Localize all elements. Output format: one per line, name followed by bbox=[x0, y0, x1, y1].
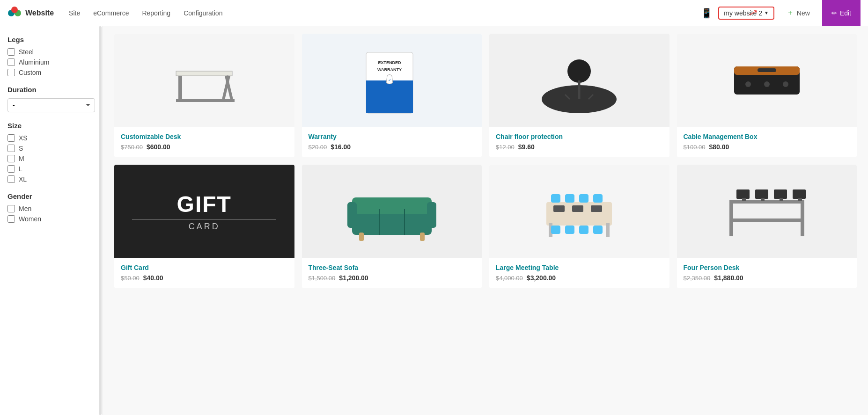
cable-box-svg bbox=[725, 57, 809, 104]
svg-rect-52 bbox=[801, 222, 804, 236]
brand-name: Website bbox=[25, 9, 54, 17]
mobile-icon[interactable]: 📱 bbox=[701, 7, 713, 19]
filter-size-xl[interactable]: XL bbox=[7, 175, 95, 183]
filter-legs-aluminium[interactable]: Aluminium bbox=[7, 58, 95, 66]
svg-point-23 bbox=[764, 81, 770, 87]
product-name-four-person-desk: Four Person Desk bbox=[684, 264, 851, 271]
logo[interactable]: Website bbox=[7, 6, 54, 20]
edit-label: Edit bbox=[840, 9, 851, 17]
product-card-warranty[interactable]: EXTENDED WARRANTY ✓ Warranty $20.00 $16.… bbox=[302, 34, 482, 157]
products-area: Customizable Desk $750.00 $600.00 bbox=[103, 26, 868, 415]
product-info-four-person-desk: Four Person Desk $2,350.00 $1,880.00 bbox=[677, 258, 857, 288]
svg-rect-54 bbox=[742, 198, 746, 201]
svg-rect-49 bbox=[729, 200, 733, 222]
chevron-down-icon: ▼ bbox=[764, 10, 769, 15]
svg-rect-43 bbox=[593, 226, 603, 234]
product-name-gift-card: Gift Card bbox=[121, 264, 288, 271]
svg-rect-53 bbox=[736, 189, 750, 199]
svg-rect-9 bbox=[366, 80, 413, 113]
product-price-chair-floor-protection: $12.00 $9.60 bbox=[496, 143, 663, 151]
page-content: Legs Steel Aluminium Custom Duration - S… bbox=[0, 26, 868, 415]
nav-configuration[interactable]: Configuration bbox=[178, 7, 228, 20]
product-info-chair-floor-protection: Chair floor protection $12.00 $9.60 bbox=[489, 127, 669, 157]
desk-svg bbox=[167, 52, 242, 109]
product-price-large-meeting-table: $4,000.00 $3,200.00 bbox=[496, 274, 663, 282]
checkbox-s[interactable] bbox=[7, 145, 15, 152]
product-info-large-meeting-table: Large Meeting Table $4,000.00 $3,200.00 bbox=[489, 258, 669, 288]
filter-legs: Legs Steel Aluminium Custom bbox=[7, 36, 95, 76]
edit-button[interactable]: ✏ Edit bbox=[822, 0, 861, 26]
filter-legs-steel[interactable]: Steel bbox=[7, 48, 95, 56]
svg-rect-59 bbox=[793, 189, 806, 199]
four-desk-svg bbox=[720, 176, 814, 247]
svg-rect-44 bbox=[553, 205, 565, 212]
product-card-large-meeting-table[interactable]: Large Meeting Table $4,000.00 $3,200.00 bbox=[489, 165, 669, 288]
svg-rect-35 bbox=[606, 223, 610, 237]
svg-text:✓: ✓ bbox=[388, 78, 391, 82]
product-card-chair-floor-protection[interactable]: Chair floor protection $12.00 $9.60 bbox=[489, 34, 669, 157]
checkbox-steel[interactable] bbox=[7, 48, 15, 56]
product-image-four-person-desk bbox=[677, 165, 857, 258]
new-button[interactable]: ＋ New bbox=[780, 5, 817, 21]
svg-point-2 bbox=[11, 7, 18, 13]
chair-protection-svg bbox=[537, 43, 621, 118]
checkbox-men[interactable] bbox=[7, 205, 15, 212]
topbar: Website Site eCommerce Reporting Configu… bbox=[0, 0, 868, 26]
products-grid: Customizable Desk $750.00 $600.00 bbox=[114, 34, 857, 288]
product-price-customizable-desk: $750.00 $600.00 bbox=[121, 143, 288, 151]
svg-text:WARRANTY: WARRANTY bbox=[377, 67, 402, 72]
nav-ecommerce[interactable]: eCommerce bbox=[88, 7, 134, 20]
price-old-gift-card: $50.00 bbox=[121, 275, 140, 282]
filter-legs-custom[interactable]: Custom bbox=[7, 69, 95, 76]
filter-gender-men[interactable]: Men bbox=[7, 205, 95, 212]
product-image-large-meeting-table bbox=[489, 165, 669, 258]
product-price-cable-management-box: $100.00 $80.00 bbox=[684, 143, 851, 151]
product-card-gift-card[interactable]: GIFT CARD Gift Card $50.00 $40.00 bbox=[114, 165, 294, 288]
main-nav: Site eCommerce Reporting Configuration bbox=[63, 7, 701, 20]
product-card-cable-management-box[interactable]: Cable Management Box $100.00 $80.00 bbox=[677, 34, 857, 157]
product-card-customizable-desk[interactable]: Customizable Desk $750.00 $600.00 bbox=[114, 34, 294, 157]
filter-size-l[interactable]: L bbox=[7, 165, 95, 173]
checkbox-xl[interactable] bbox=[7, 175, 15, 183]
label-men: Men bbox=[19, 205, 31, 212]
svg-rect-58 bbox=[780, 198, 783, 201]
filter-gender-women[interactable]: Women bbox=[7, 215, 95, 223]
sofa-svg bbox=[345, 176, 439, 247]
product-card-four-person-desk[interactable]: Four Person Desk $2,350.00 $1,880.00 bbox=[677, 165, 857, 288]
gift-card-divider bbox=[132, 219, 276, 220]
svg-rect-47 bbox=[729, 200, 804, 204]
svg-rect-27 bbox=[347, 202, 357, 228]
nav-site[interactable]: Site bbox=[63, 7, 86, 20]
sidebar-scrollbar[interactable] bbox=[99, 26, 102, 415]
duration-select[interactable]: - bbox=[7, 98, 95, 112]
topbar-right: 📱 my website 2 ▼ ＋ New ✏ Edit bbox=[701, 0, 861, 26]
filter-legs-title: Legs bbox=[7, 36, 95, 44]
label-women: Women bbox=[19, 215, 41, 223]
filter-duration: Duration - bbox=[7, 86, 95, 112]
label-s: S bbox=[19, 145, 23, 152]
nav-reporting[interactable]: Reporting bbox=[136, 7, 176, 20]
filter-size: Size XS S M L XL bbox=[7, 122, 95, 183]
svg-rect-46 bbox=[591, 205, 602, 212]
svg-point-24 bbox=[783, 81, 788, 87]
checkbox-women[interactable] bbox=[7, 215, 15, 223]
filter-size-xs[interactable]: XS bbox=[7, 134, 95, 142]
checkbox-xs[interactable] bbox=[7, 134, 15, 142]
price-new-large-meeting-table: $3,200.00 bbox=[527, 274, 556, 282]
logo-icon bbox=[7, 6, 22, 20]
svg-rect-50 bbox=[801, 200, 804, 222]
checkbox-aluminium[interactable] bbox=[7, 58, 15, 66]
checkbox-custom[interactable] bbox=[7, 69, 15, 76]
svg-rect-60 bbox=[798, 198, 802, 201]
checkbox-l[interactable] bbox=[7, 165, 15, 173]
filter-size-s[interactable]: S bbox=[7, 145, 95, 152]
label-custom: Custom bbox=[19, 69, 41, 76]
svg-rect-55 bbox=[755, 189, 768, 199]
product-image-three-seat-sofa bbox=[302, 165, 482, 258]
checkbox-m[interactable] bbox=[7, 155, 15, 162]
label-steel: Steel bbox=[19, 48, 34, 56]
svg-rect-57 bbox=[774, 189, 787, 199]
product-image-cable-management-box bbox=[677, 34, 857, 127]
filter-size-m[interactable]: M bbox=[7, 155, 95, 162]
product-card-three-seat-sofa[interactable]: Three-Seat Sofa $1,500.00 $1,200.00 bbox=[302, 165, 482, 288]
